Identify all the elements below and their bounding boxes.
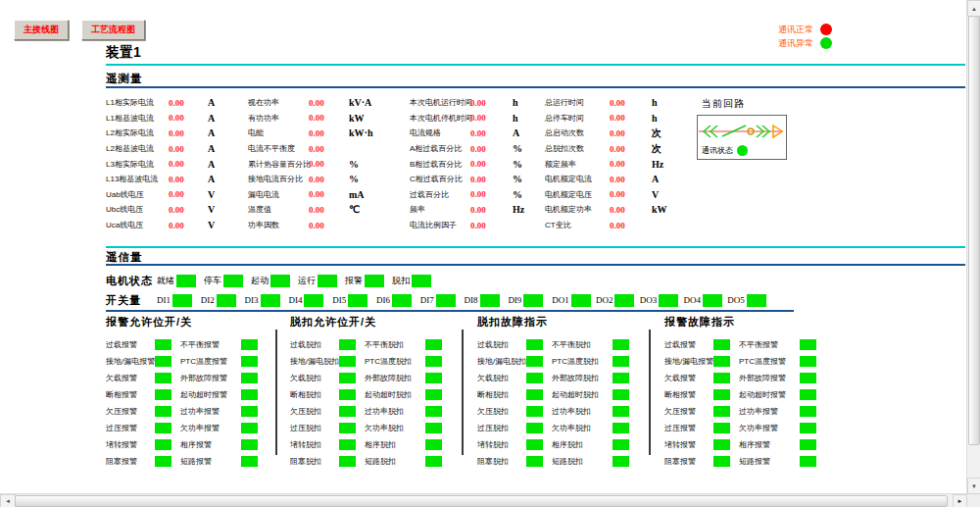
alarm-item-label: 相序脱扣 (552, 439, 607, 450)
alarm-item-label: 接地/漏电报警 (106, 356, 149, 367)
telemetry-value: 0.00 (610, 175, 652, 184)
comm-legend-row: 通讯异常 (778, 36, 832, 50)
signal-label: DO2 (596, 295, 613, 305)
telemetry-group: L1相实际电流0.00AL1相基波电流0.00AL2相实际电流0.00AL2相基… (106, 95, 247, 232)
telemetry-label: 总启动次数 (545, 127, 610, 138)
telemetry-unit: h (513, 97, 548, 108)
signal-label: DI6 (376, 295, 390, 305)
alarm-indicator (155, 356, 172, 367)
telemetry-label: 接地电流百分比 (248, 174, 309, 184)
telemetry-label: Ubc线电压 (106, 204, 169, 215)
status-indicator (571, 294, 591, 307)
alarm-indicator (155, 406, 172, 417)
horizontal-scrollbar-thumb[interactable] (15, 495, 948, 507)
telemetry-label: A相过载百分比 (410, 143, 470, 154)
scroll-right-icon[interactable]: ► (953, 494, 967, 507)
telemetry-unit: kW (349, 113, 392, 124)
alarm-item-label: PTC温度报警 (180, 356, 235, 367)
telemetry-label: 总脱扣次数 (545, 143, 610, 154)
alarm-item-label: 过压脱扣 (290, 423, 333, 433)
telemetry-value: 0.00 (470, 175, 513, 184)
alarm-indicator (425, 456, 442, 467)
alarm-item-label: PTC温度脱扣 (552, 356, 607, 367)
scroll-left-icon[interactable]: ◄ (0, 494, 16, 507)
current-loop-title: 当前回路 (702, 97, 745, 111)
motor-status-row: 电机状态 就绪停车起动运行报警脱扣 (106, 273, 439, 288)
signal-label: 报警 (345, 275, 363, 287)
telemetry-unit: A (208, 113, 247, 124)
motor-status-item: 脱扣 (392, 275, 439, 287)
switch-item: DO1 (552, 294, 596, 307)
signal-label: DO4 (684, 295, 702, 305)
alarm-section: 脱扣允许位开/关 过载脱扣不平衡脱扣接地/漏电脱扣PTC温度脱扣欠载脱扣外部故障… (290, 315, 472, 470)
alarm-item-label: 相序报警 (180, 439, 235, 450)
telemetry-value: 0.00 (309, 144, 349, 154)
comm-legend-label: 通讯异常 (778, 37, 813, 50)
telemetry-value: 0.00 (470, 189, 513, 199)
telemetry-unit: A (208, 97, 247, 108)
comm-status-dot (820, 37, 832, 49)
alarm-section-title: 脱扣故障指示 (477, 315, 660, 330)
alarm-item-label: 欠压报警 (664, 406, 708, 417)
telemetry-label: 视在功率 (248, 97, 309, 108)
telemetry-unit: % (349, 159, 392, 170)
section-divider (275, 330, 277, 455)
alarm-item-label: 阻塞报警 (106, 456, 149, 467)
telemetry-value: 0.00 (610, 205, 652, 215)
scroll-down-icon[interactable]: ▼ (967, 478, 980, 494)
alarm-item-label: 阻塞脱扣 (477, 456, 520, 467)
alarm-item-label: 欠载脱扣 (290, 373, 333, 383)
telemetry-unit: 次 (652, 127, 691, 140)
section-divider (462, 330, 464, 455)
alarm-item-label: 过功率报警 (739, 406, 794, 417)
telemetry-label: Uab线电压 (106, 189, 169, 200)
alarm-item-label: 短路脱扣 (365, 456, 419, 467)
alarm-indicator (612, 339, 629, 350)
telemetry-unit: V (208, 220, 247, 230)
status-indicator (480, 294, 500, 307)
motor-status-item: 起动 (251, 275, 298, 287)
telemetry-label: L1相基波电流 (106, 113, 169, 124)
alarm-section-title: 报警允许位开/关 (106, 315, 288, 330)
telemetry-label: B相过载百分比 (410, 159, 470, 170)
telemetry-unit: kW·h (349, 127, 392, 138)
alarm-grid: 过载脱扣不平衡脱扣接地/漏电脱扣PTC温度脱扣欠载脱扣外部故障脱扣断相脱扣起动超… (477, 336, 660, 470)
alarm-indicator (612, 456, 629, 467)
telemetry-label: L13相基波电流 (106, 174, 169, 184)
telemetry-group: 视在功率0.00kV·A有功功率0.00kW电能0.00kW·h电流不平衡度0.… (248, 95, 392, 232)
scroll-up-icon[interactable]: ▲ (967, 0, 980, 17)
alarm-indicator (526, 373, 543, 383)
telemetry-label: 电流比例因子 (410, 220, 470, 230)
alarm-indicator (339, 423, 356, 433)
telemetry-group: 总运行时间0.00h总停车时间0.00h总启动次数0.00次总脱扣次数0.00次… (545, 95, 691, 232)
vertical-scrollbar[interactable]: ▲ ▼ (966, 0, 980, 494)
alarm-indicator (713, 423, 730, 433)
telemetry-label: 有功功率 (248, 113, 309, 124)
telemetry-unit: Hz (513, 204, 548, 215)
horizontal-scrollbar[interactable]: ◄ ► (0, 493, 967, 507)
alarm-item-label: 外部故障报警 (180, 373, 235, 383)
alarm-grid: 过载报警不平衡报警接地/漏电报警PTC温度报警欠载报警外部故障报警断相报警起动超… (106, 336, 288, 470)
telemetry-value: 0.00 (610, 98, 652, 108)
switch-item: DI9 (508, 294, 552, 307)
switch-item: DI7 (420, 294, 465, 307)
telemetry-label: 电流规格 (410, 127, 470, 138)
alarm-indicator (800, 339, 816, 350)
alarm-indicator (155, 339, 172, 350)
telemetry-value: 0.00 (169, 175, 208, 184)
main-wiring-diagram-button[interactable]: 主接线图 (14, 20, 69, 40)
telemetry-unit: % (513, 174, 548, 184)
alarm-item-label: 接地/漏电脱扣 (290, 356, 333, 367)
switch-item: DO4 (684, 294, 728, 307)
alarm-item-label: 欠功率报警 (180, 423, 235, 433)
telemetry-unit: A (208, 174, 247, 184)
alarm-indicator (425, 339, 442, 350)
alarm-indicator (800, 439, 816, 450)
alarm-item-label: 不平衡报警 (180, 339, 235, 350)
alarm-item-label: 堵转报警 (106, 439, 149, 450)
status-indicator (172, 294, 192, 307)
process-flow-diagram-button[interactable]: 工艺流程图 (81, 20, 145, 40)
vertical-scrollbar-thumb[interactable] (968, 16, 980, 445)
alarm-item-label: PTC温度报警 (739, 356, 794, 367)
telemetry-value: 0.00 (169, 144, 208, 154)
